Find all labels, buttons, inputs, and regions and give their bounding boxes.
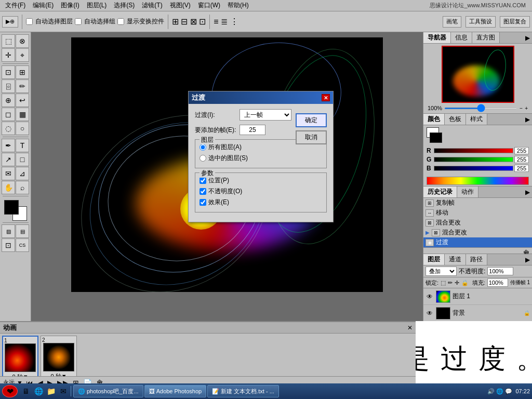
selected-layers-radio-input[interactable] [200, 155, 206, 162]
taskbar-start-btn[interactable]: ❤ [2, 385, 18, 397]
nav-panel-menu[interactable]: ▶ [525, 32, 532, 43]
tab-layers[interactable]: 图层 [423, 254, 445, 265]
taskbar-notepad[interactable]: 📝 新建 文本文档.txt - ... [207, 385, 279, 397]
tab-history[interactable]: 历史记录 [423, 187, 457, 197]
layer-bg-visibility[interactable]: 👁 [425, 309, 434, 317]
tab-histogram[interactable]: 直方图 [472, 32, 500, 43]
move-tool-btn[interactable]: ▶⊕ [2, 16, 18, 28]
tab-info[interactable]: 信息 [451, 32, 472, 43]
history-item-0[interactable]: ⊞ 复制帧 [423, 198, 532, 208]
blend-mode-select[interactable]: 叠加 [425, 267, 457, 276]
gradient-tool[interactable]: ▦ [16, 108, 29, 121]
r-value[interactable]: 255 [514, 147, 529, 154]
notes-tool[interactable]: ✉ [2, 167, 15, 180]
all-layers-radio-input[interactable] [200, 144, 206, 151]
cs-btn[interactable]: CS [16, 238, 29, 252]
menu-select[interactable]: 选择(S) [111, 0, 138, 11]
g-slider[interactable] [434, 157, 513, 162]
move-tool[interactable]: ✛ [2, 48, 15, 62]
effects-checkbox[interactable] [200, 199, 206, 206]
dialog-ok-btn[interactable]: 确定 [296, 113, 327, 127]
color-ramp[interactable] [427, 177, 529, 185]
auto-select-group-check[interactable] [75, 18, 82, 25]
zoom-in-icon[interactable]: + [525, 105, 528, 111]
screen-mode[interactable]: ⊡ [2, 238, 15, 252]
taskbar-icon-3[interactable]: 📁 [46, 386, 56, 396]
stamp-tool[interactable]: ⊕ [2, 94, 15, 107]
history-item-2[interactable]: ⊠ 混合更改 [423, 218, 532, 228]
dodge-tool[interactable]: ○ [16, 122, 29, 135]
pencil-tool[interactable]: ✏ [16, 79, 29, 93]
lasso-tool[interactable]: ⊗ [16, 34, 29, 48]
eyedropper[interactable]: ⊿ [16, 167, 29, 180]
tab-color[interactable]: 颜色 [423, 114, 445, 125]
layer-item-bg[interactable]: 👁 背景 🔒 [423, 305, 532, 322]
taskbar-photoshop-web[interactable]: 🌐 photoshop吧_百度... [73, 385, 143, 397]
path-select[interactable]: ↗ [2, 153, 15, 166]
slice-tool[interactable]: ⊞ [16, 65, 29, 79]
frame-2-time[interactable]: 0 秒▼ [50, 373, 66, 376]
dialog-close-btn[interactable]: ✕ [322, 94, 330, 101]
taskbar-icon-4[interactable]: ✉ [58, 386, 69, 396]
menu-file[interactable]: 文件(F) [2, 0, 29, 11]
tab-actions[interactable]: 动作 [457, 187, 478, 197]
history-item-3[interactable]: ▶ ⊠ 混合更改 [423, 228, 532, 237]
marquee-tool[interactable]: ⬚ [2, 34, 15, 48]
tween-select[interactable]: 上一帧 [240, 109, 291, 121]
taskbar-icon-1[interactable]: 🖥 [21, 386, 31, 396]
g-value[interactable]: 255 [514, 156, 529, 163]
history-panel-menu[interactable]: ▶ [525, 187, 532, 197]
zoom-tool[interactable]: ⌕ [16, 181, 29, 194]
zoom-slider[interactable] [444, 108, 517, 109]
healing-brush[interactable]: ⌻ [2, 79, 15, 93]
position-checkbox[interactable] [200, 177, 206, 184]
quick-mask[interactable]: ▨ [2, 224, 15, 238]
shape-tool[interactable]: □ [16, 153, 29, 166]
brush-btn[interactable]: 画笔 [443, 16, 461, 28]
fill-input[interactable] [487, 278, 508, 287]
tab-paths[interactable]: 路径 [466, 254, 487, 265]
crop-tool[interactable]: ⊡ [2, 65, 15, 79]
menu-image[interactable]: 图像(I) [58, 0, 82, 11]
blur-tool[interactable]: ◌ [2, 122, 15, 135]
standard-mode[interactable]: ▤ [16, 224, 29, 238]
show-transform-check[interactable] [117, 18, 124, 25]
taskbar-photoshop-app[interactable]: 🖼 Adobe Photoshop [144, 385, 206, 397]
zoom-out-icon[interactable]: − [520, 105, 523, 111]
lock-paint[interactable]: ✏ [448, 280, 453, 286]
layer-comp-btn[interactable]: 图层复合 [500, 16, 530, 28]
pen-tool[interactable]: ✒ [2, 139, 15, 152]
tab-style[interactable]: 样式 [466, 114, 487, 125]
b-value[interactable]: 255 [514, 165, 529, 172]
hand-tool[interactable]: ✋ [2, 181, 15, 194]
taskbar-icon-2[interactable]: 🌐 [33, 386, 44, 396]
history-item-4[interactable]: ◈ 过渡 [423, 237, 532, 247]
auto-select-layer-check[interactable] [26, 18, 33, 25]
lock-transparent[interactable]: ⬚ [441, 280, 446, 286]
menu-window[interactable]: 窗口(W) [195, 0, 223, 11]
r-slider[interactable] [434, 148, 513, 153]
menu-edit[interactable]: 编辑(E) [30, 0, 57, 11]
menu-filter[interactable]: 滤镜(T) [139, 0, 165, 11]
menu-help[interactable]: 帮助(H) [224, 0, 252, 11]
text-tool[interactable]: T [16, 139, 29, 152]
anim-frame-2[interactable]: 2 0 秒▼ [41, 336, 77, 376]
dialog-cancel-btn[interactable]: 取消 [296, 130, 327, 144]
tab-channels[interactable]: 通道 [445, 254, 466, 265]
layer-1-visibility[interactable]: 👁 [425, 292, 434, 301]
menu-view[interactable]: 视图(V) [167, 0, 194, 11]
lock-move[interactable]: ✛ [455, 280, 459, 286]
history-brush[interactable]: ↩ [16, 94, 29, 107]
frames-input[interactable]: 25 [240, 125, 265, 135]
opacity-checkbox[interactable] [200, 188, 206, 195]
menu-layer[interactable]: 图层(L) [84, 0, 110, 11]
layers-panel-menu[interactable]: ▶ [525, 254, 532, 265]
anim-frame-1[interactable]: 1 0 秒▼ [2, 336, 38, 376]
tab-navigator[interactable]: 导航器 [423, 32, 451, 43]
tool-preset-btn[interactable]: 工具预设 [466, 16, 496, 28]
tab-swatches[interactable]: 色板 [445, 114, 466, 125]
foreground-color[interactable] [4, 200, 19, 215]
eraser-tool[interactable]: ◻ [2, 108, 15, 121]
layer-item-1[interactable]: 👁 图层 1 [423, 288, 532, 305]
color-panel-menu[interactable]: ▶ [525, 114, 532, 125]
